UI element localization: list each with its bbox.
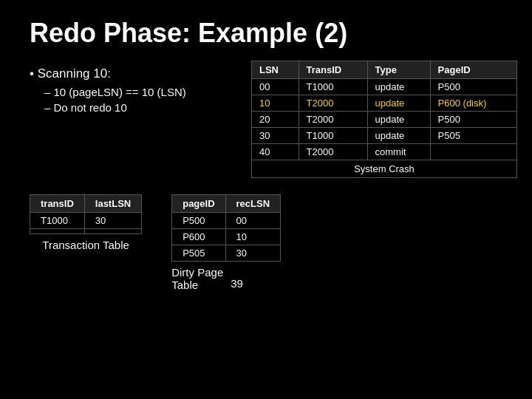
dirty-cell-pageid: P505	[172, 245, 225, 262]
trans-cell-transid	[30, 229, 85, 234]
dirty-cell-reclsn: 30	[225, 245, 281, 262]
dirty-cell-reclsn: 10	[225, 229, 281, 245]
log-cell-lsn: 40	[252, 144, 299, 160]
log-cell-pageid: P500	[430, 79, 516, 95]
system-crash-label: System Crash	[252, 160, 517, 178]
dirty-table-row: P500 00	[172, 213, 281, 229]
page-title: Redo Phase: Example (2)	[0, 0, 532, 61]
trans-col-transid: transID	[30, 195, 85, 213]
log-table: LSN TransID Type PageID 00 T1000 update …	[251, 61, 517, 178]
left-panel: • Scanning 10: – 10 (pageLSN) == 10 (LSN…	[30, 61, 236, 185]
trans-cell-lastlsn: 30	[84, 213, 141, 229]
transaction-table: transID lastLSN T1000 30	[30, 194, 142, 234]
trans-col-lastlsn: lastLSN	[84, 195, 141, 213]
dirty-table-row: P600 10	[172, 229, 281, 245]
trans-cell-transid: T1000	[30, 213, 85, 229]
log-cell-transid: T1000	[299, 128, 367, 144]
log-cell-transid: T2000	[299, 112, 367, 128]
log-cell-lsn: 20	[252, 112, 299, 128]
log-cell-pageid: P500	[430, 112, 516, 128]
dirty-col-pageid: pageID	[172, 195, 225, 213]
dirty-page-table: pageID recLSN P500 00 P600 10 P505 30	[171, 194, 281, 262]
trans-table-row	[30, 229, 142, 234]
dirty-page-table-label: Dirty PageTable	[171, 266, 223, 291]
sub-item-2: – Do not redo 10	[44, 101, 236, 114]
log-cell-lsn: 10	[252, 95, 299, 112]
dirty-cell-pageid: P600	[172, 229, 225, 245]
log-cell-type: update	[367, 112, 430, 128]
log-table-row: 30 T1000 update P505	[252, 128, 517, 144]
log-cell-pageid: P600 (disk)	[430, 95, 516, 112]
transaction-table-label: Transaction Table	[42, 239, 129, 251]
transaction-table-block: transID lastLSN T1000 30 Transaction Tab…	[30, 194, 142, 251]
log-cell-pageid: P505	[430, 128, 516, 144]
content-area: • Scanning 10: – 10 (pageLSN) == 10 (LSN…	[0, 61, 532, 185]
slide-number: 39	[231, 277, 243, 290]
log-cell-type: update	[367, 79, 430, 95]
log-cell-type: update	[367, 95, 430, 112]
dirty-table-row: P505 30	[172, 245, 281, 262]
log-cell-type: commit	[367, 144, 430, 160]
log-col-transid: TransID	[299, 61, 367, 79]
log-col-lsn: LSN	[252, 61, 299, 79]
trans-table-row: T1000 30	[30, 213, 142, 229]
log-cell-lsn: 00	[252, 79, 299, 95]
log-cell-lsn: 30	[252, 128, 299, 144]
sub-item-1: – 10 (pageLSN) == 10 (LSN)	[44, 86, 236, 98]
dirty-cell-pageid: P500	[172, 213, 225, 229]
log-col-pageid: PageID	[430, 61, 516, 79]
log-cell-type: update	[367, 128, 430, 144]
log-table-row: 00 T1000 update P500	[252, 79, 517, 95]
bullet-main: • Scanning 10:	[30, 66, 236, 81]
dirty-col-reclsn: recLSN	[225, 195, 281, 213]
log-cell-transid: T2000	[299, 144, 367, 160]
right-panel: LSN TransID Type PageID 00 T1000 update …	[251, 61, 517, 185]
bottom-tables-row: transID lastLSN T1000 30 Transaction Tab…	[0, 194, 532, 291]
log-col-type: Type	[367, 61, 430, 79]
log-cell-pageid	[430, 144, 516, 160]
dirty-cell-reclsn: 00	[225, 213, 281, 229]
log-table-row: 20 T2000 update P500	[252, 112, 517, 128]
dirty-page-table-block: pageID recLSN P500 00 P600 10 P505 30 Di…	[171, 194, 281, 291]
log-cell-transid: T1000	[299, 79, 367, 95]
log-cell-transid: T2000	[299, 95, 367, 112]
log-table-row: 10 T2000 update P600 (disk)	[252, 95, 517, 112]
log-table-row: 40 T2000 commit	[252, 144, 517, 160]
trans-cell-lastlsn	[84, 229, 141, 234]
